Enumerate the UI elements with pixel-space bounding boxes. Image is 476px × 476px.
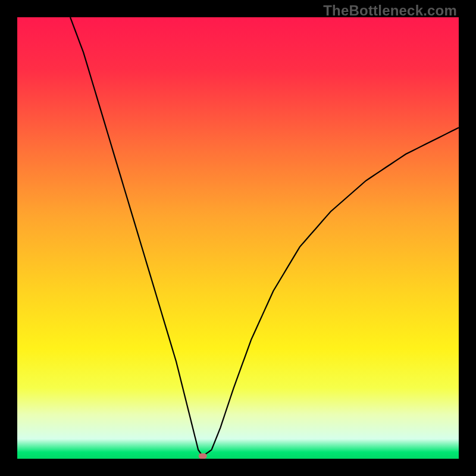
gradient-background bbox=[17, 17, 459, 459]
chart-svg bbox=[17, 17, 459, 459]
chart-container: TheBottleneck.com bbox=[0, 0, 476, 476]
plot-area bbox=[17, 17, 459, 459]
watermark-text: TheBottleneck.com bbox=[323, 2, 457, 19]
minimum-marker bbox=[199, 453, 207, 459]
